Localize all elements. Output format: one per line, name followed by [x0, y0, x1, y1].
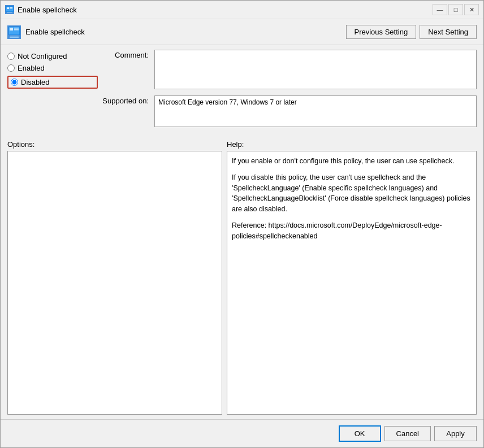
svg-rect-9	[14, 28, 19, 29]
svg-rect-10	[14, 29, 19, 31]
help-text-3: Reference: https://docs.microsoft.com/De…	[232, 220, 472, 242]
ok-button[interactable]: OK	[339, 425, 381, 442]
minimize-button[interactable]: —	[433, 4, 447, 15]
header-buttons: Previous Setting Next Setting	[346, 25, 477, 39]
help-text-1: If you enable or don't configure this po…	[232, 156, 472, 167]
apply-button[interactable]: Apply	[434, 426, 477, 441]
main-window: Enable spellcheck — □ ✕ Enable spellchec	[0, 0, 484, 448]
header-icon	[7, 25, 21, 39]
next-setting-button[interactable]: Next Setting	[420, 25, 477, 39]
previous-setting-button[interactable]: Previous Setting	[346, 25, 417, 39]
disabled-label: Disabled	[21, 78, 50, 86]
footer: OK Cancel Apply	[1, 419, 483, 447]
comment-textarea[interactable]	[154, 50, 477, 89]
comment-field-container	[154, 50, 477, 91]
disabled-radio-label[interactable]: Disabled	[7, 76, 98, 89]
comment-row: Comment:	[98, 50, 477, 91]
options-box	[7, 151, 222, 415]
supported-field-container	[154, 95, 477, 129]
supported-row: Supported on:	[98, 95, 477, 129]
header-area: Enable spellcheck Previous Setting Next …	[1, 19, 483, 45]
svg-rect-11	[10, 36, 19, 37]
help-box: If you enable or don't configure this po…	[227, 151, 477, 415]
comment-label: Comment:	[98, 50, 154, 59]
close-button[interactable]: ✕	[464, 4, 479, 15]
help-label: Help:	[227, 140, 477, 149]
supported-label: Supported on:	[98, 95, 154, 105]
window-controls: — □ ✕	[433, 4, 479, 15]
supported-textarea	[154, 95, 477, 127]
header-title: Enable spellcheck	[25, 28, 346, 36]
window-icon	[5, 5, 14, 14]
cancel-button[interactable]: Cancel	[384, 426, 431, 441]
title-bar: Enable spellcheck — □ ✕	[1, 1, 483, 19]
options-label: Options:	[7, 140, 222, 149]
window-content: Enable spellcheck Previous Setting Next …	[1, 19, 483, 447]
enabled-radio-label[interactable]: Enabled	[7, 64, 98, 72]
not-configured-radio[interactable]	[7, 53, 15, 60]
top-section: Not Configured Enabled Disabled Comment:	[1, 45, 483, 138]
enabled-label: Enabled	[18, 64, 45, 72]
maximize-button[interactable]: □	[448, 4, 463, 15]
svg-rect-5	[7, 12, 12, 13]
svg-rect-12	[10, 37, 19, 38]
window-title: Enable spellcheck	[18, 6, 433, 14]
svg-rect-8	[10, 28, 13, 31]
options-help-section: Options: Help: If you enable or don't co…	[1, 138, 483, 419]
enabled-radio[interactable]	[7, 64, 15, 72]
help-panel: Help: If you enable or don't configure t…	[227, 140, 477, 415]
comment-section: Comment: Supported on:	[98, 50, 477, 133]
options-panel: Options:	[7, 140, 222, 415]
not-configured-radio-label[interactable]: Not Configured	[7, 52, 98, 60]
main-body: Not Configured Enabled Disabled Comment:	[1, 45, 483, 419]
radio-panel: Not Configured Enabled Disabled	[7, 50, 98, 133]
not-configured-label: Not Configured	[18, 52, 67, 60]
disabled-radio[interactable]	[11, 79, 18, 86]
svg-rect-2	[7, 7, 9, 9]
svg-rect-3	[10, 7, 12, 8]
help-text-2: If you disable this policy, the user can…	[232, 172, 472, 215]
svg-rect-4	[10, 8, 12, 9]
